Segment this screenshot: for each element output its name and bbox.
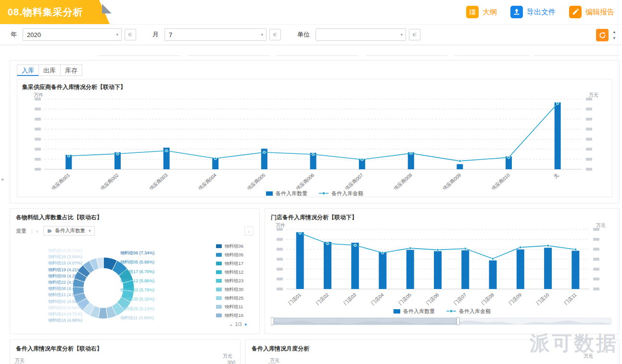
- donut-label-物料组09[interactable]: 物料组09 (4.25%): [14, 273, 82, 279]
- ghost-card-top-border: [277, 55, 358, 56]
- y2-axis-tick: [586, 158, 592, 161]
- supplier-chart-panel: 集采供应商备件入库情况分析【联动下】 万件万元供应商001供应商002供应商00…: [17, 79, 612, 197]
- donut-legend-item-物料组05[interactable]: 物料组05: [216, 251, 254, 259]
- bar-series[interactable]: [296, 232, 580, 289]
- y-axis-tick: [277, 248, 283, 251]
- divider: |: [31, 228, 33, 234]
- svg-text:供应商004: 供应商004: [197, 172, 217, 189]
- donut-labels-right: 物料组06 (7.34%)物料组05 (6.86%)物料组17 (6.70%)物…: [120, 249, 183, 323]
- donut-label-物料组16[interactable]: 物料组16 (4.80%): [14, 317, 82, 324]
- spinner-down-icon[interactable]: ▼: [612, 37, 616, 40]
- data-zoom-slider[interactable]: [271, 317, 613, 326]
- store-chart-legend: 备件入库数量备件入库金额: [271, 307, 613, 315]
- legend-item-备件入库金额[interactable]: 备件入库金额: [319, 190, 363, 197]
- donut-legend-item-物料组25[interactable]: 物料组25: [216, 294, 254, 302]
- donut-legend-item-物料组06[interactable]: 物料组06: [216, 242, 254, 251]
- zoom-handle-right[interactable]: [457, 317, 459, 325]
- inbound-tab-panel: 入库出库库存 集采供应商备件入库情况分析【联动下】 万件万元供应商001供应商0…: [10, 60, 620, 203]
- yearly-chart-title: 备件入库情况年度分析【联动右】: [16, 345, 234, 353]
- year-select[interactable]: 2020▾: [23, 28, 122, 41]
- report-title-ribbon: 08.物料集采分析: [0, 0, 110, 24]
- filter-field-month: 月7▾: [152, 28, 281, 41]
- y2-axis-tick: [586, 108, 592, 111]
- donut-label-物料组19[interactable]: 物料组19 (4.21%): [14, 267, 82, 273]
- measure-next-icon[interactable]: ›: [244, 226, 254, 236]
- donut-label-物料组30[interactable]: 物料组30 (5.32%): [120, 295, 183, 304]
- legend-item-备件入库数量[interactable]: 备件入库数量: [266, 190, 307, 197]
- donut-legend-item-物料组12[interactable]: 物料组12: [216, 268, 254, 276]
- donut-label-物料组01[interactable]: 物料组01 (4.58%): [14, 299, 82, 305]
- legend-swatch: [216, 262, 222, 265]
- spinner-up-icon[interactable]: ▲: [612, 30, 616, 34]
- donut-label-物料组17[interactable]: 物料组17 (6.70%): [120, 267, 183, 276]
- store-inbound-chart[interactable]: 万件万元门店01门店02门店03门店04门店05门店06门店07门店08门店09…: [271, 223, 611, 307]
- export-file-button[interactable]: 导出文件: [510, 6, 556, 18]
- legend-label: 备件入库数量: [403, 308, 435, 315]
- legend-item-备件入库数量[interactable]: 备件入库数量: [394, 308, 435, 315]
- y-axis-unit: 万件: [276, 223, 285, 228]
- zoom-handle-left[interactable]: [271, 317, 274, 325]
- donut-label-物料组23[interactable]: 物料组23 (5.78%): [120, 286, 183, 295]
- donut-label-物料组06[interactable]: 物料组06 (7.34%): [120, 249, 183, 258]
- donut-label-物料组21[interactable]: 物料组21 (4.56%): [14, 292, 82, 298]
- sidebar-expander-icon[interactable]: ▸: [0, 169, 6, 188]
- line-legend-swatch: [446, 309, 456, 313]
- ribbon-fold-decoration: [102, 4, 112, 13]
- svg-text:门店09: 门店09: [508, 292, 523, 306]
- year-param-picker-button[interactable]: [125, 29, 136, 40]
- zoom-selected-range[interactable]: [271, 318, 458, 325]
- refresh-icon: [599, 32, 606, 39]
- tab-outbound[interactable]: 出库: [38, 64, 61, 76]
- y-axis-tick: [35, 108, 41, 111]
- donut-label-物料组03[interactable]: 物料组03 (4.60%): [14, 305, 82, 311]
- chevron-down-icon: ▾: [116, 32, 118, 37]
- unit-param-picker-button[interactable]: [409, 29, 420, 40]
- donut-label-物料组28[interactable]: 物料组28 (3.84%): [14, 254, 82, 260]
- refresh-button[interactable]: [596, 29, 609, 41]
- month-param-picker-button[interactable]: [269, 29, 281, 40]
- donut-label-物料组10[interactable]: 物料组10 (3.71%): [14, 248, 82, 254]
- y2-axis-tick: [593, 238, 599, 241]
- edit-report-button[interactable]: 编辑报告: [569, 6, 614, 18]
- donut-legend-item-物料组11[interactable]: 物料组11: [216, 302, 254, 311]
- donut-legend-item-物料组30[interactable]: 物料组30: [216, 285, 254, 294]
- x-axis-labels: 门店01门店02门店03门店04门店05门店06门店07门店08门店09门店10…: [287, 292, 578, 306]
- dashboard-page: 08.物料集采分析 大纲导出文件编辑报告 年2020▾月7▾单位▾ ▲ ▼ 入库…: [0, 0, 622, 364]
- measure-chip[interactable]: 备件入库数量 ▾: [43, 226, 95, 236]
- y-axis-tick: [35, 128, 41, 131]
- donut-label-物料组08[interactable]: 物料组08 (4.47%): [14, 286, 82, 292]
- donut-label-物料组14[interactable]: 物料组14 (4.71%): [14, 311, 82, 317]
- donut-label-物料组05[interactable]: 物料组05 (6.86%): [120, 258, 183, 267]
- legend-label: 物料组30: [225, 287, 243, 293]
- donut-label-物料组25[interactable]: 物料组25 (5.12%): [120, 304, 183, 314]
- tab-stock[interactable]: 库存: [60, 64, 82, 76]
- donut-legend-item-物料组16[interactable]: 物料组16: [216, 311, 254, 320]
- ghost-card-top-border: [188, 55, 269, 56]
- donut-legend-item-物料组23[interactable]: 物料组23: [216, 276, 254, 285]
- svg-text:供应商006: 供应商006: [295, 172, 316, 189]
- legend-swatch: [216, 244, 222, 248]
- line-series[interactable]: [67, 102, 559, 162]
- supplier-inbound-chart[interactable]: 万件万元供应商001供应商002供应商003供应商004供应商005供应商006…: [22, 91, 609, 189]
- donut-label-物料组12[interactable]: 物料组12 (5.86%): [120, 276, 183, 286]
- svg-text:供应商003: 供应商003: [148, 172, 169, 189]
- tab-bar: 入库出库库存: [17, 64, 612, 76]
- svg-text:无: 无: [553, 172, 560, 179]
- donut-label-物料组11[interactable]: 物料组11 (4.89%): [120, 314, 183, 323]
- legend-page-up-icon[interactable]: ▴: [230, 322, 232, 327]
- outline-button[interactable]: 大纲: [466, 6, 497, 18]
- yearly-right-axis-tick: 300: [227, 360, 235, 364]
- measure-prev-icon[interactable]: ‹: [37, 227, 38, 235]
- tab-inbound[interactable]: 入库: [17, 64, 39, 76]
- donut-label-物料组22[interactable]: 物料组22 (4.35%): [14, 279, 82, 286]
- store-chart-title: 门店备件入库情况分析【联动下】: [271, 213, 613, 222]
- y-axis-tick: [277, 277, 283, 280]
- donut-label-物料组15[interactable]: 物料组15 (4.07%): [14, 260, 82, 266]
- legend-item-备件入库金额[interactable]: 备件入库金额: [446, 308, 491, 315]
- month-select[interactable]: 7▾: [165, 28, 267, 41]
- legend-page-down-icon[interactable]: ▾: [244, 322, 247, 327]
- svg-text:门店10: 门店10: [535, 292, 550, 306]
- legend-label: 物料组05: [225, 252, 243, 258]
- unit-select[interactable]: ▾: [316, 28, 406, 41]
- donut-legend-item-物料组17[interactable]: 物料组17: [216, 259, 254, 268]
